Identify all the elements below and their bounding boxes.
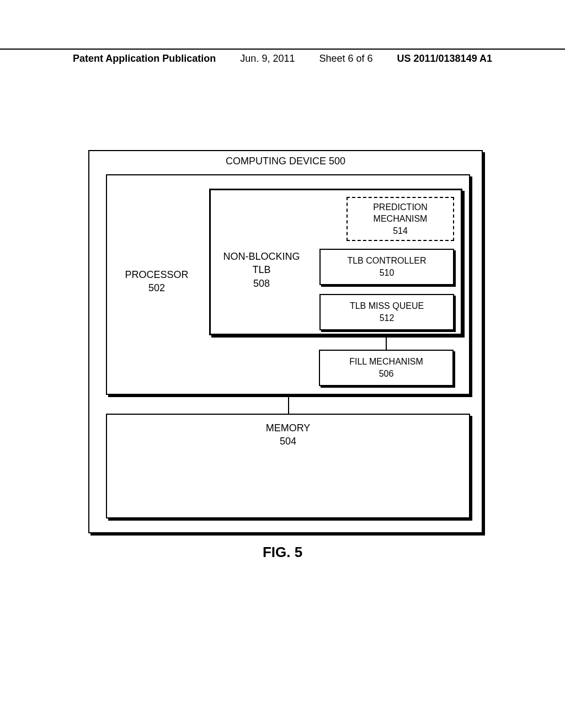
computing-device-box: COMPUTING DEVICE 500 PROCESSOR502 NON-BL… — [88, 150, 483, 533]
computing-device-label: COMPUTING DEVICE 500 — [89, 156, 482, 167]
memory-box: MEMORY504 — [106, 414, 470, 518]
tlb-miss-queue-box: TLB MISS QUEUE512 — [319, 294, 454, 330]
prediction-mechanism-box: PREDICTIONMECHANISM514 — [347, 197, 454, 241]
non-blocking-tlb-box: NON-BLOCKINGTLB508 PREDICTIONMECHANISM51… — [209, 189, 462, 335]
figure-caption: FIG. 5 — [0, 544, 565, 561]
tlb-controller-label: TLB CONTROLLER510 — [347, 255, 426, 279]
publication-number: US 2011/0138149 A1 — [397, 53, 492, 65]
diagram: COMPUTING DEVICE 500 PROCESSOR502 NON-BL… — [88, 150, 483, 533]
publication-label: Patent Application Publication — [73, 53, 216, 65]
publication-date: Jun. 9, 2011 — [240, 53, 295, 65]
prediction-mechanism-label: PREDICTIONMECHANISM514 — [373, 201, 428, 237]
memory-label: MEMORY504 — [107, 421, 469, 448]
fill-mechanism-box: FILL MECHANISM506 — [319, 350, 454, 386]
processor-box: PROCESSOR502 NON-BLOCKINGTLB508 PREDICTI… — [106, 174, 470, 395]
page-header: Patent Application Publication Jun. 9, 2… — [0, 49, 565, 65]
sheet-number: Sheet 6 of 6 — [319, 53, 372, 65]
non-blocking-tlb-label: NON-BLOCKINGTLB508 — [217, 250, 306, 290]
fill-mechanism-label: FILL MECHANISM506 — [349, 356, 423, 379]
tlb-controller-box: TLB CONTROLLER510 — [319, 249, 454, 285]
tlb-miss-queue-label: TLB MISS QUEUE512 — [350, 300, 424, 324]
connector-miss-to-fill — [386, 338, 387, 350]
processor-label: PROCESSOR502 — [118, 268, 195, 295]
connector-processor-to-memory — [288, 397, 289, 414]
